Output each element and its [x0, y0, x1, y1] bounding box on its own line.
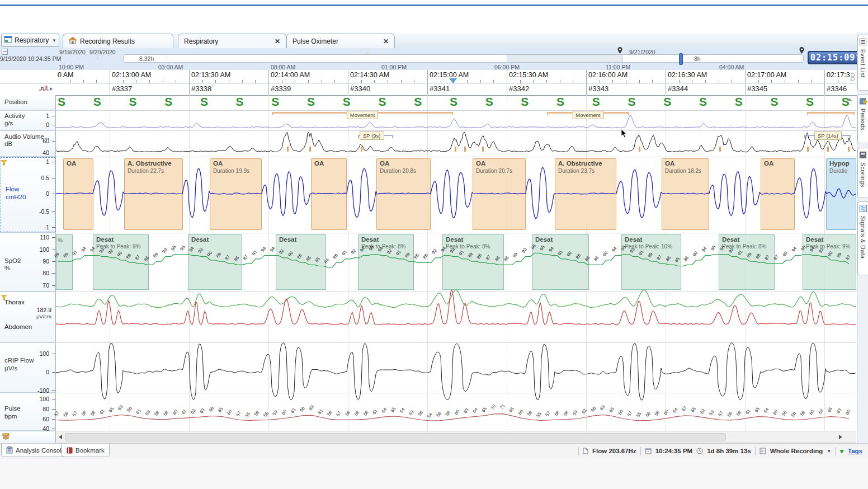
time-tick	[785, 80, 785, 83]
sidebar-tab-periods[interactable]: Periods	[857, 94, 868, 143]
activity-trace	[56, 115, 856, 128]
scrollbar-thumb[interactable]	[65, 433, 726, 441]
sidebar-tab-label: Periods	[860, 109, 866, 130]
tab-respiratory[interactable]: Respiratory✕	[178, 34, 286, 48]
scale-value: 0	[35, 369, 49, 375]
channel-label-thorax[interactable]: Thorax182.9µV/cmAbdomen	[0, 291, 56, 342]
pulse-value-label: 60	[663, 408, 670, 416]
epoch-time-label: 02:16:00 AM	[588, 71, 628, 79]
pulse-value-label: 69	[308, 404, 315, 411]
time-tick	[202, 80, 203, 83]
movement-event-bracket[interactable]	[807, 112, 855, 115]
chevron-down-icon[interactable]: ▼	[827, 449, 831, 454]
epoch-cell[interactable]: #3341	[430, 84, 450, 93]
spo2-value-label: 86	[305, 255, 312, 262]
event-list-icon	[860, 37, 866, 48]
time-tick	[70, 80, 70, 83]
channel-name: SpO2	[4, 257, 21, 265]
current-position-marker[interactable]	[449, 78, 457, 83]
epoch-cell[interactable]: #3338	[191, 84, 211, 93]
pulse-value-label: 66	[208, 406, 215, 413]
close-icon[interactable]: ✕	[275, 38, 280, 45]
channel-label-audio-volume-[interactable]: Audio Volume...dB6040	[0, 130, 56, 157]
header-gridline	[268, 70, 269, 95]
home-icon	[69, 37, 77, 45]
bookmark-tab[interactable]: Bookmark	[62, 444, 110, 457]
clock-icon	[696, 448, 703, 454]
epoch-cell[interactable]: #3342	[509, 84, 529, 93]
scroll-left-arrow[interactable]	[59, 435, 62, 439]
sidebar-tab-scorings[interactable]: Scorings	[857, 148, 868, 198]
snore-mark	[827, 147, 829, 152]
scale-value: -1	[35, 224, 49, 231]
spo2-value-label: 96	[530, 243, 537, 251]
view-selector-button[interactable]: Respiratory ▼	[1, 34, 59, 47]
epoch-signal-icon[interactable]	[39, 85, 54, 93]
epoch-cell[interactable]: #3343	[588, 84, 608, 93]
header-gridline	[586, 70, 587, 95]
channel-label-spo2[interactable]: SpO2%110100908070	[0, 233, 56, 291]
snore-period-label[interactable]: SP (9s)	[360, 131, 384, 140]
sidebar-tab-event-list[interactable]: Event List	[857, 35, 868, 91]
channel-name: Flow	[6, 186, 19, 193]
position-mark: S	[521, 95, 529, 109]
pulse-value-label: 64	[399, 407, 406, 414]
tags-link[interactable]: Tags	[848, 448, 862, 454]
epoch-cell[interactable]: #3339	[271, 84, 291, 93]
tab-recording-results[interactable]: Recording Results	[63, 34, 173, 48]
spo2-value-label: 90	[782, 250, 789, 257]
time-tick	[334, 80, 335, 83]
channel-label-activity[interactable]: Activityg/s10	[0, 110, 56, 130]
channel-label-crip-flow[interactable]: cRIP FlowµV/s1000-100	[0, 342, 56, 393]
channel-label-position[interactable]: Position	[0, 95, 56, 110]
snore-mark	[287, 147, 289, 152]
movement-event-label[interactable]: Movement	[572, 111, 603, 119]
spo2-value-label: 91	[638, 249, 645, 256]
navigator-position-marker[interactable]	[679, 53, 683, 65]
pin-icon	[799, 47, 804, 55]
epoch-time-label: 02:14:30 AM	[350, 71, 389, 79]
pulse-value-label: 62	[190, 407, 197, 415]
pulse-value-label: 58	[345, 410, 352, 417]
channel-label-pulse[interactable]: Pulsebpm100806040	[0, 393, 56, 431]
horizontal-scrollbar[interactable]	[56, 431, 856, 443]
spo2-value-label: 85	[314, 256, 322, 264]
spo2-value-label: 91	[737, 249, 744, 256]
tab-pulse-oximeter[interactable]: Pulse Oximeter✕	[286, 34, 395, 48]
pulse-value-label: 57	[335, 410, 342, 417]
pulse-value-label: 70	[490, 403, 497, 411]
navigator-viewport-bar[interactable]: 8.32h 8h	[123, 54, 804, 63]
scale-tick	[52, 141, 55, 142]
channel-name: Thorax	[4, 299, 25, 305]
spo2-value-label: 90	[116, 250, 124, 257]
movement-event-label[interactable]: Movement	[347, 111, 378, 119]
scroll-right-arrow[interactable]	[839, 435, 842, 439]
channel-label-flow[interactable]: FlowcmH2010.50-0.5-1	[0, 157, 56, 233]
spo2-value-label: 90	[206, 250, 214, 257]
close-icon[interactable]: ✕	[383, 38, 389, 45]
recording-navigator[interactable]: 9/19/2020 10:24:35 PM 9/19/2020 9/20/202…	[0, 48, 868, 70]
spo2-value-label: 90	[602, 250, 609, 257]
channel-name: g/s	[4, 120, 13, 127]
collapse-icon[interactable]	[2, 49, 8, 55]
scale-value: 90	[35, 258, 49, 265]
epoch-cell[interactable]: #3345	[747, 84, 767, 93]
navigator-shaded-segment	[507, 55, 622, 62]
epoch-cell[interactable]: #3340	[350, 84, 370, 93]
sidebar-tab-signals-data[interactable]: Signals & Data	[857, 201, 868, 275]
status-range-select[interactable]: Whole Recording	[770, 448, 823, 454]
spo2-value-label: 88	[575, 252, 582, 260]
header-scroll-icon[interactable]	[850, 72, 855, 82]
epoch-cell[interactable]: #3344	[668, 84, 688, 93]
time-tick	[149, 80, 150, 83]
spo2-value-label: 86	[494, 255, 501, 262]
epoch-cell[interactable]: #3346	[827, 84, 847, 93]
analysis-console-tab[interactable]: Analysis Console	[1, 444, 70, 457]
scroll-up-arrow[interactable]	[847, 98, 852, 101]
position-mark: S	[271, 95, 279, 109]
pulse-value-label: 65	[690, 406, 697, 413]
snore-period-label[interactable]: SP (14s)	[814, 131, 842, 140]
epoch-cell[interactable]: #3337	[112, 84, 132, 93]
pulse-value-label: 58	[735, 410, 743, 417]
pulse-value-label: 58	[353, 410, 361, 417]
